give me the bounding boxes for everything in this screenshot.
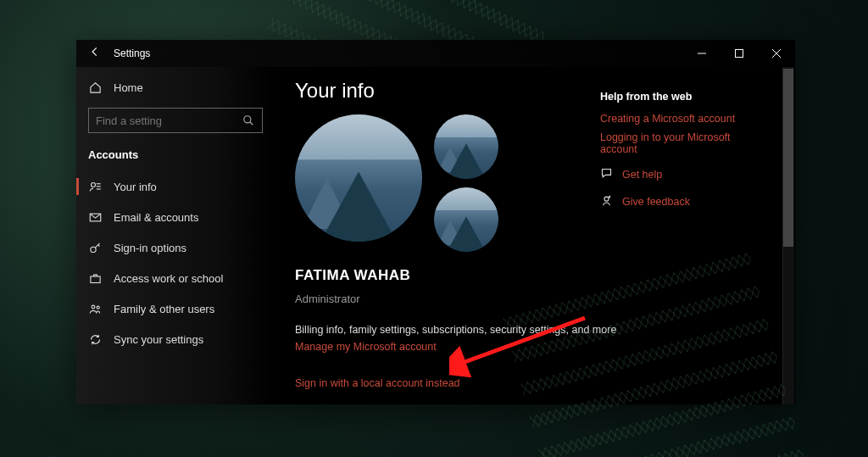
help-chat-icon — [600, 167, 614, 182]
svg-point-13 — [92, 305, 95, 309]
sync-icon — [88, 332, 102, 346]
svg-point-6 — [91, 182, 95, 187]
help-link-login[interactable]: Logging in to your Microsoft account — [600, 131, 770, 155]
sidebar-home[interactable]: Home — [76, 74, 275, 101]
svg-point-11 — [90, 247, 95, 252]
svg-point-4 — [244, 116, 251, 123]
avatar-group — [295, 114, 549, 259]
svg-rect-1 — [736, 50, 743, 58]
sidebar-item-label: Access work or school — [114, 272, 223, 285]
feedback-label: Give feedback — [622, 196, 690, 208]
feedback-icon — [600, 194, 614, 209]
billing-text: Billing info, family settings, subscript… — [295, 324, 775, 336]
svg-point-14 — [97, 306, 99, 309]
sidebar-home-label: Home — [114, 81, 143, 94]
search-box[interactable] — [88, 108, 263, 133]
sidebar-category: Accounts — [76, 143, 275, 171]
sidebar-item-your-info[interactable]: Your info — [76, 171, 275, 202]
sidebar-item-work[interactable]: Access work or school — [76, 263, 275, 293]
help-panel: Help from the web Creating a Microsoft a… — [600, 91, 770, 209]
window-controls — [683, 40, 795, 67]
scrollbar-thumb[interactable] — [783, 69, 793, 247]
feedback-row[interactable]: Give feedback — [600, 194, 770, 209]
sidebar-item-family[interactable]: Family & other users — [76, 293, 275, 324]
get-help-row[interactable]: Get help — [600, 167, 770, 182]
main-row: Home Accounts Your info Email & acco — [76, 67, 795, 404]
sidebar-item-sync[interactable]: Sync your settings — [76, 324, 275, 354]
content-area: Your info FATIMA WAHAB Administrator Bil… — [275, 67, 795, 404]
key-icon — [88, 241, 102, 254]
manage-account-link[interactable]: Manage my Microsoft account — [295, 341, 437, 353]
svg-point-15 — [604, 197, 609, 201]
sidebar-item-label: Your info — [114, 181, 157, 193]
scrollbar[interactable] — [782, 67, 794, 404]
sidebar-item-label: Family & other users — [114, 303, 214, 315]
window-title: Settings — [114, 47, 150, 59]
close-button[interactable] — [758, 40, 795, 67]
maximize-button[interactable] — [721, 40, 758, 67]
avatar-small-2[interactable] — [434, 187, 498, 252]
minimize-button[interactable] — [683, 40, 721, 67]
search-icon — [242, 114, 255, 127]
settings-window: Settings Home Accounts — [76, 40, 795, 404]
get-help-label: Get help — [622, 169, 662, 181]
sidebar-item-label: Sync your settings — [114, 333, 203, 346]
sidebar: Home Accounts Your info Email & acco — [76, 67, 275, 404]
home-icon — [88, 81, 102, 94]
help-link-create[interactable]: Creating a Microsoft account — [600, 113, 770, 125]
svg-rect-12 — [90, 276, 99, 283]
local-account-link[interactable]: Sign in with a local account instead — [295, 377, 460, 389]
avatar-large[interactable] — [295, 114, 422, 242]
help-heading: Help from the web — [600, 91, 770, 103]
user-name: FATIMA WAHAB — [295, 267, 775, 284]
sidebar-item-label: Sign-in options — [114, 242, 186, 254]
mail-icon — [88, 210, 102, 224]
person-card-icon — [88, 180, 102, 193]
sidebar-item-label: Email & accounts — [114, 211, 198, 224]
search-input[interactable] — [96, 114, 242, 127]
avatar-small-1[interactable] — [434, 114, 498, 179]
sidebar-item-email[interactable]: Email & accounts — [76, 202, 275, 232]
user-role: Administrator — [295, 293, 775, 305]
back-button[interactable] — [76, 46, 114, 61]
sidebar-item-signin[interactable]: Sign-in options — [76, 232, 275, 263]
briefcase-icon — [88, 271, 102, 285]
people-icon — [88, 302, 102, 315]
svg-line-5 — [250, 122, 253, 125]
titlebar: Settings — [76, 40, 795, 67]
